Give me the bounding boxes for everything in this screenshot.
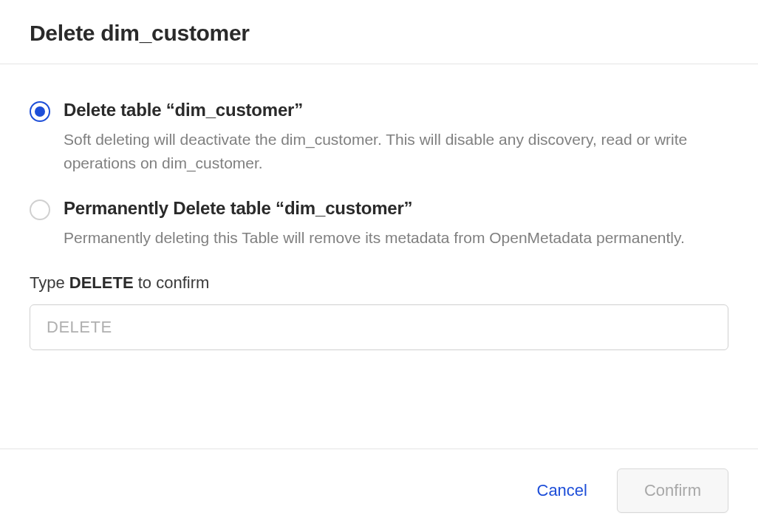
radio-hard-delete[interactable] bbox=[30, 200, 50, 220]
dialog-body: Delete table “dim_customer” Soft deletin… bbox=[0, 64, 758, 449]
option-soft-content: Delete table “dim_customer” Soft deletin… bbox=[64, 100, 728, 174]
option-soft-title: Delete table “dim_customer” bbox=[64, 100, 728, 120]
confirm-label: Type DELETE to confirm bbox=[30, 273, 728, 293]
confirm-label-bold: DELETE bbox=[69, 273, 134, 292]
confirm-label-prefix: Type bbox=[30, 273, 69, 292]
cancel-button[interactable]: Cancel bbox=[534, 475, 590, 506]
confirm-input[interactable] bbox=[30, 304, 728, 350]
confirm-label-suffix: to confirm bbox=[134, 273, 210, 292]
radio-soft-delete[interactable] bbox=[30, 101, 50, 122]
option-hard-title: Permanently Delete table “dim_customer” bbox=[64, 198, 728, 219]
dialog-header: Delete dim_customer bbox=[0, 0, 758, 64]
delete-dialog: Delete dim_customer Delete table “dim_cu… bbox=[0, 0, 758, 532]
option-hard-desc: Permanently deleting this Table will rem… bbox=[64, 226, 728, 250]
option-hard-delete[interactable]: Permanently Delete table “dim_customer” … bbox=[30, 198, 728, 250]
option-hard-content: Permanently Delete table “dim_customer” … bbox=[64, 198, 728, 250]
dialog-footer: Cancel Confirm bbox=[0, 449, 758, 532]
dialog-title: Delete dim_customer bbox=[30, 21, 728, 46]
option-soft-desc: Soft deleting will deactivate the dim_cu… bbox=[64, 128, 728, 174]
confirm-button[interactable]: Confirm bbox=[617, 468, 728, 513]
option-soft-delete[interactable]: Delete table “dim_customer” Soft deletin… bbox=[30, 100, 728, 174]
